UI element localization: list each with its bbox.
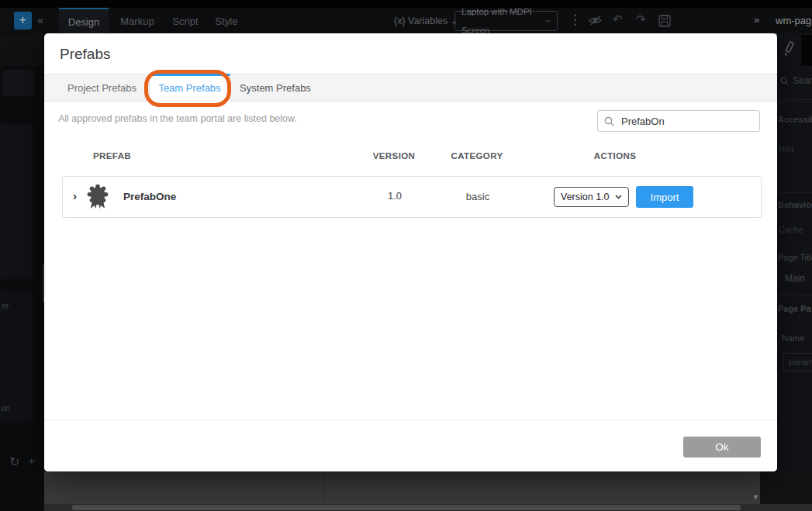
- section-behavior-label: Behavior: [778, 200, 812, 209]
- tab-team-prefabs[interactable]: Team Prefabs: [149, 74, 230, 102]
- field-name-label: Name: [782, 333, 804, 343]
- sidebar-label-fragment: er: [2, 301, 9, 310]
- redo-icon[interactable]: ↷: [636, 12, 646, 26]
- search-icon: [780, 77, 789, 85]
- dialog-title: Prefabs: [60, 46, 110, 63]
- section-accessibility-label: Accessib: [778, 115, 812, 124]
- panel-divider: [777, 102, 812, 102]
- prefab-table-row: › PrefabOne 1.0 basic Version 1.0 Im: [62, 176, 762, 218]
- horizontal-scrollbar-track[interactable]: [44, 504, 812, 511]
- collapse-icon[interactable]: «: [37, 14, 43, 26]
- param-name-input[interactable]: param: [783, 353, 812, 371]
- add-button[interactable]: +: [14, 12, 32, 29]
- sidebar-label-fragment: on: [1, 403, 10, 413]
- device-selector[interactable]: Laptop with MDPI Screen: [454, 11, 558, 31]
- page-title-value[interactable]: Main: [785, 273, 805, 284]
- search-icon: [604, 116, 614, 126]
- section-page-params-label: Page Pa: [778, 304, 811, 313]
- kebab-menu-icon[interactable]: ⋮: [568, 12, 582, 28]
- properties-search[interactable]: Sear: [780, 75, 812, 86]
- panel-divider: [777, 295, 812, 295]
- left-sidebar: er on ↻ +: [0, 35, 44, 511]
- tab-script[interactable]: Script: [165, 8, 206, 35]
- col-header-category: CATEGORY: [446, 151, 508, 161]
- app-root: + « Design Markup Script Style {x} Varia…: [0, 0, 812, 511]
- save-icon[interactable]: [658, 15, 671, 27]
- tab-markup[interactable]: Markup: [115, 8, 160, 35]
- prefab-tabs: Project Prefabs Team Prefabs System Pref…: [44, 74, 777, 102]
- sidebar-widget-block: [0, 124, 33, 279]
- sidebar-rounded-block: [3, 70, 34, 96]
- chevron-down-icon: [615, 195, 622, 199]
- properties-search-text: Sear: [793, 75, 812, 86]
- col-header-prefab: PREFAB: [93, 151, 131, 161]
- refresh-icon[interactable]: ↻: [9, 454, 19, 469]
- tab-project-prefabs[interactable]: Project Prefabs: [58, 74, 146, 102]
- sidebar-panel-block: [0, 35, 44, 66]
- field-cache-label: Cache: [779, 225, 803, 234]
- ide-toolbar: + « Design Markup Script Style {x} Varia…: [0, 8, 812, 35]
- col-header-version: VERSION: [363, 151, 425, 161]
- chevron-down-icon: [545, 19, 551, 23]
- panel-corner-block: [801, 35, 812, 66]
- horizontal-scrollbar-thumb[interactable]: [72, 505, 741, 510]
- tab-design[interactable]: Design: [59, 8, 109, 35]
- version-select-value: Version 1.0: [561, 192, 610, 202]
- variables-menu[interactable]: {x} Variables ⌄: [394, 15, 458, 26]
- ok-button[interactable]: Ok: [683, 437, 761, 457]
- plus-icon[interactable]: +: [28, 454, 35, 468]
- canvas-divider: [324, 471, 325, 504]
- field-hint-label: Hint: [779, 144, 794, 154]
- prefab-search-box[interactable]: [597, 110, 760, 132]
- field-page-title-label: Page Title: [778, 253, 812, 262]
- import-button[interactable]: Import: [636, 186, 693, 208]
- col-header-actions: ACTIONS: [584, 151, 646, 161]
- prefab-name: PrefabOne: [123, 191, 176, 202]
- scroll-down-arrow-icon[interactable]: ▼: [752, 493, 759, 501]
- version-select[interactable]: Version 1.0: [554, 187, 629, 207]
- expand-chevron-icon[interactable]: ›: [73, 189, 77, 202]
- edit-pencil-icon[interactable]: [782, 40, 797, 57]
- right-properties-panel: Sear Accessib Hint Behavior Cache Page T…: [777, 33, 812, 511]
- prefab-version: 1.0: [364, 190, 426, 202]
- tab-system-prefabs[interactable]: System Prefabs: [237, 74, 314, 102]
- panel-divider: [777, 192, 812, 193]
- prefab-rosette-icon: [85, 185, 110, 211]
- prefabs-dialog: Prefabs Project Prefabs Team Prefabs Sys…: [44, 33, 777, 471]
- prefab-category: basic: [447, 191, 509, 202]
- page-tab-wm-page[interactable]: wm-pag: [776, 15, 811, 26]
- tab-style[interactable]: Style: [208, 8, 245, 35]
- overflow-chevrons-icon[interactable]: »: [754, 14, 759, 26]
- top-black-strip: [0, 0, 812, 8]
- undo-icon[interactable]: ↶: [613, 12, 623, 26]
- panel-divider: [777, 99, 812, 100]
- preview-eye-icon[interactable]: [588, 15, 603, 26]
- dialog-footer: Ok: [44, 420, 777, 471]
- dialog-description: All approved prefabs in the team portal …: [58, 113, 297, 124]
- prefab-search-input[interactable]: [620, 115, 753, 128]
